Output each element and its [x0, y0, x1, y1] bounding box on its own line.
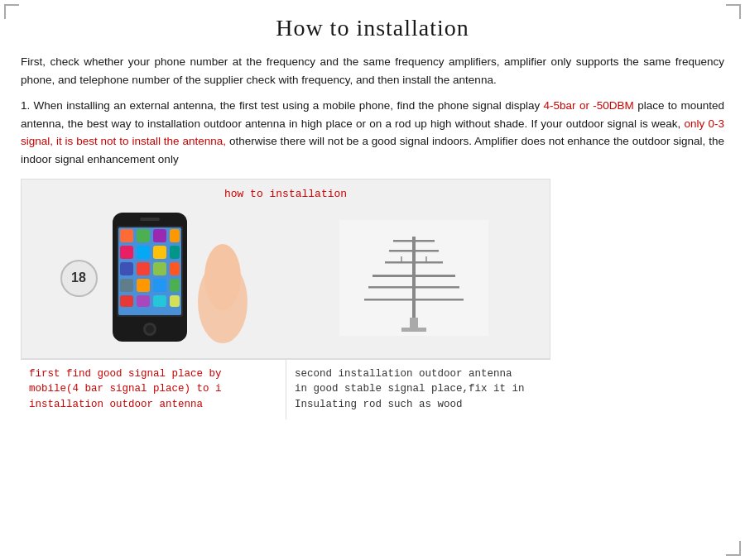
svg-rect-11: [120, 262, 133, 275]
svg-rect-12: [137, 262, 150, 275]
svg-rect-34: [368, 286, 459, 289]
svg-rect-7: [120, 246, 133, 259]
corner-mark-tr: [726, 4, 741, 19]
svg-rect-35: [364, 299, 464, 301]
caption-right: second installation outdoor antenna in g…: [286, 359, 550, 419]
corner-mark-tl: [4, 4, 19, 19]
svg-rect-31: [385, 261, 443, 264]
svg-rect-15: [120, 279, 133, 292]
svg-rect-32: [389, 250, 439, 252]
svg-rect-19: [120, 295, 133, 307]
hand-area: [190, 211, 256, 346]
svg-rect-22: [170, 295, 180, 307]
image-row: 18: [30, 207, 541, 350]
svg-rect-17: [153, 279, 166, 292]
antenna-image-area: [286, 207, 541, 350]
svg-rect-30: [372, 275, 455, 277]
signal-number: 18: [71, 270, 86, 285]
svg-rect-13: [153, 262, 166, 275]
svg-point-27: [204, 244, 241, 310]
phone-image-area: 18: [30, 207, 286, 350]
phone-hand-group: 18: [60, 211, 256, 346]
caption-right-line3: Insulating rod such as wood: [295, 399, 463, 410]
caption-left-line2: mobile(4 bar signal place) to i: [29, 383, 222, 395]
phone-svg: [108, 211, 191, 343]
caption-left-line3: installation outdoor antenna: [29, 399, 203, 410]
hand-svg: [190, 211, 256, 343]
caption-right-line1: second installation outdoor antenna: [295, 368, 512, 380]
svg-rect-8: [137, 246, 150, 259]
svg-rect-14: [170, 262, 180, 275]
paragraph-1: First, check whether your phone number a…: [21, 53, 724, 89]
svg-rect-5: [153, 229, 166, 242]
paragraph-1-text: First, check whether your phone number a…: [21, 55, 724, 86]
svg-rect-16: [137, 279, 150, 292]
caption-left: first find good signal place by mobile(4…: [21, 359, 286, 419]
svg-rect-10: [170, 246, 180, 259]
svg-rect-4: [137, 229, 150, 242]
svg-rect-9: [153, 246, 166, 259]
svg-rect-33: [393, 240, 435, 242]
caption-left-line1: first find good signal place by: [29, 368, 222, 380]
phone-mock: [108, 211, 191, 346]
svg-point-24: [146, 325, 154, 333]
signal-badge: 18: [60, 260, 98, 297]
paragraph-2: 1. When installing an external antenna, …: [21, 97, 724, 168]
svg-rect-20: [137, 295, 150, 307]
page-container: How to installation First, check whether…: [0, 0, 745, 560]
svg-rect-29: [412, 237, 416, 319]
point1-prefix: 1. When installing an external antenna, …: [21, 99, 544, 112]
svg-rect-6: [170, 229, 180, 242]
caption-row: first find good signal place by mobile(4…: [21, 359, 550, 419]
svg-rect-21: [153, 295, 166, 307]
svg-rect-18: [170, 279, 180, 292]
antenna-svg: [339, 220, 488, 336]
page-title: How to installation: [21, 15, 724, 41]
point1-red1: 4-5bar or -50DBM: [544, 99, 634, 112]
image-section: how to installation 18: [21, 179, 550, 359]
image-caption-top: how to installation: [224, 188, 347, 200]
caption-right-line2: in good stable signal place,fix it in: [295, 383, 525, 395]
svg-rect-40: [401, 328, 426, 332]
svg-rect-3: [120, 229, 133, 242]
corner-mark-br: [726, 541, 741, 556]
svg-rect-25: [140, 218, 160, 221]
